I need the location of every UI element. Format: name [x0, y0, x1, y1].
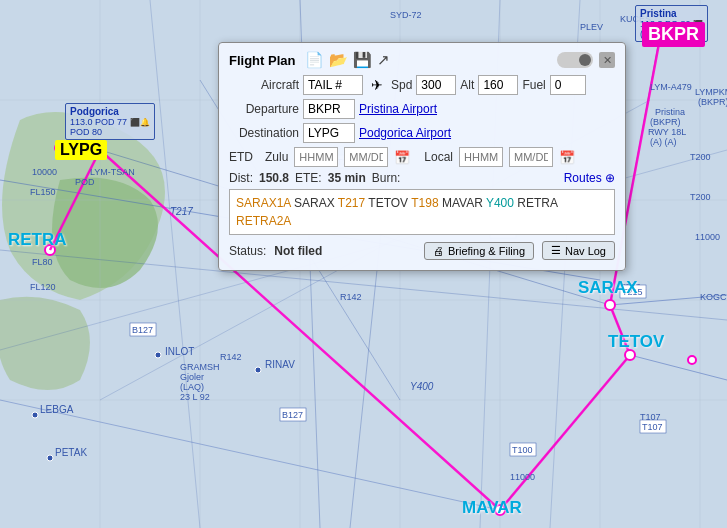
open-document-icon[interactable]: 📂: [329, 51, 348, 69]
svg-text:T100: T100: [512, 445, 533, 455]
svg-text:T200: T200: [690, 192, 711, 202]
etd-local-cal-icon[interactable]: 📅: [559, 150, 575, 165]
etd-zulu-hhmm-input[interactable]: [294, 147, 338, 167]
svg-text:11000: 11000: [510, 472, 535, 482]
close-button[interactable]: ✕: [599, 52, 615, 68]
route-text-box[interactable]: SARAX1A SARAX T217 TETOV T198 MAVAR Y400…: [229, 189, 615, 235]
mavar-label: MAVAR: [462, 498, 522, 518]
toggle-switch[interactable]: [557, 52, 593, 68]
departure-code-input[interactable]: [303, 99, 355, 119]
route-segment-t217: T217: [338, 196, 368, 210]
status-label: Status:: [229, 244, 266, 258]
bkpr-label: BKPR: [642, 22, 705, 47]
map-container: T217 T198 Y400 T217 FL150 FL120 B127 R14…: [0, 0, 727, 528]
fuel-label: Fuel: [522, 78, 545, 92]
route-segment-retra: RETRA: [517, 196, 558, 210]
etd-local-hhmm-input[interactable]: [459, 147, 503, 167]
svg-point-52: [255, 367, 261, 373]
retra-label: RETRA: [8, 230, 67, 250]
route-segment-tetov: TETOV: [368, 196, 411, 210]
svg-text:B127: B127: [282, 410, 303, 420]
alt-label: Alt: [460, 78, 474, 92]
svg-text:(BKPR): (BKPR): [650, 117, 681, 127]
aircraft-label: Aircraft: [229, 78, 299, 92]
routes-link[interactable]: Routes ⊕: [564, 171, 615, 185]
etd-zulu-mmdd-input[interactable]: [344, 147, 388, 167]
route-segment-2: SARAX: [294, 196, 338, 210]
svg-text:RINAV: RINAV: [265, 359, 295, 370]
etd-zulu-cal-icon[interactable]: 📅: [394, 150, 410, 165]
svg-text:FL120: FL120: [30, 282, 56, 292]
export-icon[interactable]: ↗: [377, 51, 390, 69]
destination-name-link[interactable]: Podgorica Airport: [359, 126, 451, 140]
svg-text:R142: R142: [220, 352, 242, 362]
svg-text:FL80: FL80: [32, 257, 53, 267]
route-segment-t198: T198: [411, 196, 442, 210]
svg-text:LYM-A479: LYM-A479: [650, 82, 692, 92]
svg-text:KOGC: KOGC: [700, 292, 727, 302]
svg-point-62: [605, 300, 615, 310]
aircraft-icon-sym: ✈: [371, 77, 383, 93]
svg-text:Pristina: Pristina: [655, 107, 685, 117]
spd-input[interactable]: [416, 75, 456, 95]
svg-text:(BKPR): (BKPR): [698, 97, 727, 107]
tetov-label: TETOV: [608, 332, 664, 352]
svg-text:10000: 10000: [32, 167, 57, 177]
etd-label: ETD: [229, 150, 259, 164]
svg-point-56: [47, 455, 53, 461]
briefing-button[interactable]: 🖨 Briefing & Filing: [424, 242, 534, 260]
aircraft-input[interactable]: [303, 75, 363, 95]
departure-name-link[interactable]: Pristina Airport: [359, 102, 437, 116]
dialog-title: Flight Plan: [229, 53, 295, 68]
alt-input[interactable]: [478, 75, 518, 95]
pristina-label: Pristina: [640, 8, 703, 19]
new-document-icon[interactable]: 📄: [305, 51, 324, 69]
dialog-toolbar: 📄 📂 💾 ↗: [305, 51, 557, 69]
svg-text:LEBGA: LEBGA: [40, 404, 74, 415]
lypg-label: LYPG: [55, 140, 107, 160]
flight-plan-dialog: Flight Plan 📄 📂 💾 ↗ ✕ Aircraft ✈: [218, 42, 626, 271]
ete-label: ETE:: [295, 171, 322, 185]
route-segment-1: SARAX1A: [236, 196, 294, 210]
destination-code-input[interactable]: [303, 123, 355, 143]
route-segment-y400: Y400: [486, 196, 517, 210]
departure-label: Departure: [229, 102, 299, 116]
destination-label: Destination: [229, 126, 299, 140]
svg-text:PLEV: PLEV: [580, 22, 603, 32]
svg-text:(LAQ): (LAQ): [180, 382, 204, 392]
save-document-icon[interactable]: 💾: [353, 51, 372, 69]
etd-local-label: Local: [424, 150, 453, 164]
fuel-input[interactable]: [550, 75, 586, 95]
podgorica-freq: 113.0 POD 77 ⬛🔔: [70, 117, 150, 127]
svg-text:Gjoler: Gjoler: [180, 372, 204, 382]
svg-text:PETAK: PETAK: [55, 447, 87, 458]
briefing-icon: 🖨: [433, 245, 444, 257]
navlog-icon: ☰: [551, 244, 561, 257]
svg-point-50: [155, 352, 161, 358]
svg-text:LYMPKM: LYMPKM: [695, 87, 727, 97]
svg-text:RWY 18L: RWY 18L: [648, 127, 686, 137]
svg-text:R142: R142: [340, 292, 362, 302]
podgorica-label: Podgorica: [70, 106, 150, 117]
svg-text:T107: T107: [642, 422, 663, 432]
svg-text:GRAMSH: GRAMSH: [180, 362, 220, 372]
route-segment-mavar: MAVAR: [442, 196, 486, 210]
dist-label: Dist:: [229, 171, 253, 185]
svg-text:T200: T200: [690, 152, 711, 162]
toggle-knob: [579, 54, 591, 66]
briefing-label: Briefing & Filing: [448, 245, 525, 257]
dist-value: 150.8: [259, 171, 289, 185]
status-value: Not filed: [274, 244, 322, 258]
etd-zulu-label: Zulu: [265, 150, 288, 164]
tetov-indicator: [687, 355, 697, 365]
etd-local-mmdd-input[interactable]: [509, 147, 553, 167]
svg-text:(A) (A): (A) (A): [650, 137, 677, 147]
podgorica-extra: POD 80: [70, 127, 150, 137]
svg-point-54: [32, 412, 38, 418]
svg-text:POD: POD: [75, 177, 95, 187]
route-segment-retra2a: RETRA2A: [236, 214, 291, 228]
svg-text:B127: B127: [132, 325, 153, 335]
navlog-button[interactable]: ☰ Nav Log: [542, 241, 615, 260]
svg-text:FL150: FL150: [30, 187, 56, 197]
svg-text:11000: 11000: [695, 232, 720, 242]
